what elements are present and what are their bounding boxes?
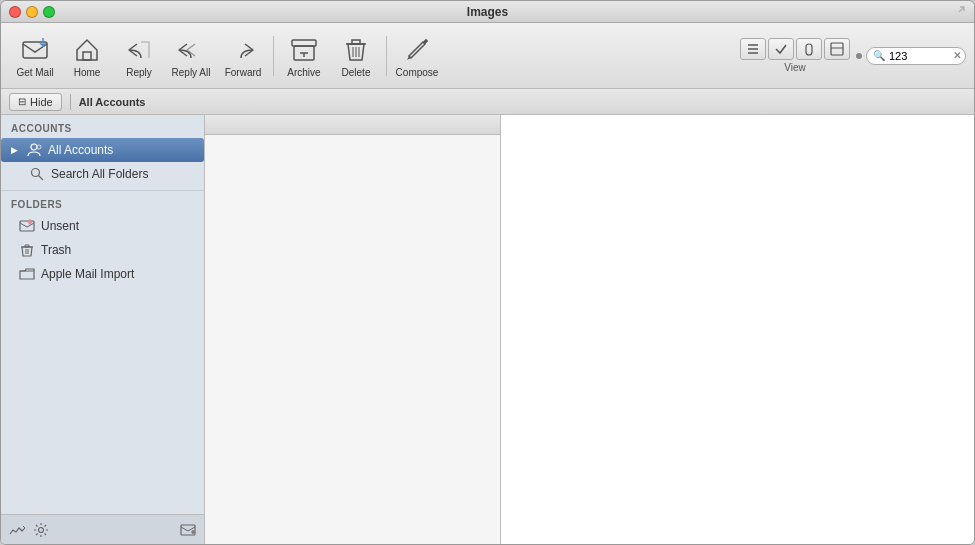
svg-rect-2 (292, 40, 316, 46)
message-list-pane (205, 115, 501, 544)
minimize-button[interactable] (26, 6, 38, 18)
all-accounts-item-label: All Accounts (48, 143, 113, 157)
message-preview-pane (501, 115, 974, 544)
hide-label: Hide (30, 96, 53, 108)
folders-section-header: Folders (1, 190, 204, 214)
toolbar-sep-2 (386, 36, 387, 76)
resize-icon[interactable] (952, 5, 966, 19)
delete-icon (340, 33, 372, 65)
apple-mail-import-label: Apple Mail Import (41, 267, 134, 281)
accounts-section-header: ACCOUNTS (1, 115, 204, 138)
svg-point-14 (32, 169, 40, 177)
hide-icon: ⊟ (18, 96, 26, 107)
get-mail-label: Get Mail (16, 67, 53, 78)
archive-button[interactable]: Archive (278, 27, 330, 85)
accounts-icon (26, 142, 42, 158)
svg-point-20 (39, 528, 44, 533)
new-mailbox-icon[interactable] (180, 521, 196, 538)
search-folders-label: Search All Folders (51, 167, 148, 181)
svg-rect-10 (831, 43, 843, 55)
toolbar-right: View 🔍 ✕ (740, 38, 966, 73)
reply-button[interactable]: Reply (113, 27, 165, 85)
forward-label: Forward (225, 67, 262, 78)
compose-label: Compose (396, 67, 439, 78)
svg-rect-1 (83, 52, 91, 60)
svg-point-12 (31, 144, 37, 150)
search-input-wrapper[interactable]: 🔍 ✕ (866, 47, 966, 65)
app-window: Images Get Mail (0, 0, 975, 545)
folder-icon (19, 266, 35, 282)
search-input[interactable] (889, 50, 949, 62)
list-view-button[interactable] (740, 38, 766, 60)
toolbar-left-group: Get Mail Home (9, 27, 443, 85)
main-content: ACCOUNTS ▶ All Accounts (1, 115, 974, 544)
archive-icon (288, 33, 320, 65)
sidebar: ACCOUNTS ▶ All Accounts (1, 115, 205, 544)
sidebar-item-unsent[interactable]: Unsent (1, 214, 204, 238)
reply-label: Reply (126, 67, 152, 78)
search-icon: 🔍 (873, 50, 885, 61)
check-view-button[interactable] (768, 38, 794, 60)
sidebar-item-apple-mail-import[interactable]: Apple Mail Import (1, 262, 204, 286)
titlebar: Images (1, 1, 974, 23)
reply-all-button[interactable]: Reply All (165, 27, 217, 85)
activity-icon[interactable] (9, 521, 25, 537)
svg-line-15 (39, 176, 44, 181)
view-label: View (784, 62, 806, 73)
compose-button[interactable]: Compose (391, 27, 443, 85)
search-clear-button[interactable]: ✕ (953, 50, 961, 61)
compose-icon (401, 33, 433, 65)
attachment-view-button[interactable] (796, 38, 822, 60)
search-bar: 🔍 ✕ (856, 47, 966, 65)
reply-all-icon (175, 33, 207, 65)
account-bar: ⊟ Hide All Accounts (1, 89, 974, 115)
view-buttons-row (740, 38, 850, 60)
delete-button[interactable]: Delete (330, 27, 382, 85)
toolbar-sep-1 (273, 36, 274, 76)
reply-icon (123, 33, 155, 65)
view-controls: View (740, 38, 850, 73)
window-title: Images (467, 5, 508, 19)
unsent-icon (19, 218, 35, 234)
hide-button[interactable]: ⊟ Hide (9, 93, 62, 111)
home-label: Home (74, 67, 101, 78)
search-dot (856, 53, 862, 59)
message-list-header (205, 115, 500, 135)
search-folder-icon (29, 166, 45, 182)
expand-arrow-icon: ▶ (11, 145, 18, 155)
reply-all-label: Reply All (172, 67, 211, 78)
preview-view-button[interactable] (824, 38, 850, 60)
trash-label: Trash (41, 243, 71, 257)
trash-icon (19, 242, 35, 258)
maximize-button[interactable] (43, 6, 55, 18)
sidebar-item-search[interactable]: Search All Folders (1, 162, 204, 186)
toolbar: Get Mail Home (1, 23, 974, 89)
home-icon (71, 33, 103, 65)
forward-icon (227, 33, 259, 65)
unsent-label: Unsent (41, 219, 79, 233)
close-button[interactable] (9, 6, 21, 18)
get-mail-button[interactable]: Get Mail (9, 27, 61, 85)
sidebar-item-trash[interactable]: Trash (1, 238, 204, 262)
settings-icon[interactable] (33, 521, 49, 538)
get-mail-icon (19, 33, 51, 65)
account-bar-separator (70, 94, 71, 110)
all-accounts-label: All Accounts (79, 96, 146, 108)
forward-button[interactable]: Forward (217, 27, 269, 85)
titlebar-buttons (9, 6, 55, 18)
sidebar-bottom (1, 514, 204, 544)
home-button[interactable]: Home (61, 27, 113, 85)
archive-label: Archive (287, 67, 320, 78)
sidebar-item-all-accounts[interactable]: ▶ All Accounts (1, 138, 204, 162)
delete-label: Delete (342, 67, 371, 78)
